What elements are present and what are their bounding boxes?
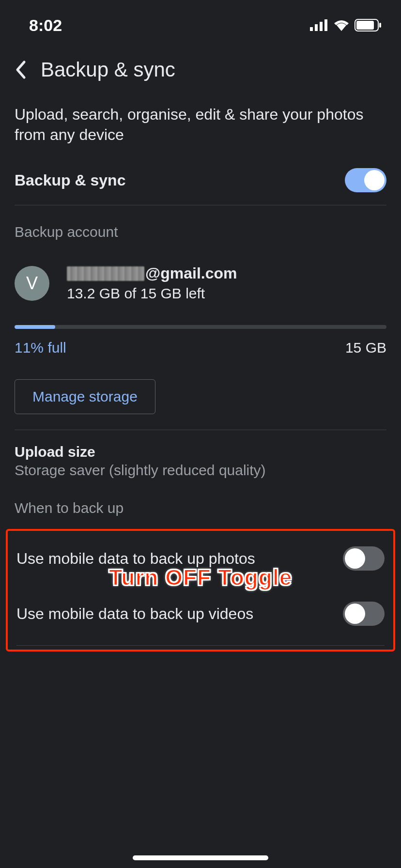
mobile-data-videos-row: Use mobile data to back up videos <box>16 586 385 641</box>
storage-progress-fill <box>15 325 55 329</box>
account-info: @gmail.com 13.2 GB of 15 GB left <box>67 264 237 302</box>
svg-rect-1 <box>315 24 318 31</box>
wifi-icon <box>333 19 350 31</box>
account-email: @gmail.com <box>67 264 237 282</box>
mobile-data-videos-label: Use mobile data to back up videos <box>16 605 253 623</box>
home-indicator[interactable] <box>133 855 268 860</box>
storage-total: 15 GB <box>345 340 386 356</box>
avatar: V <box>15 266 49 301</box>
mobile-data-videos-toggle[interactable] <box>343 602 385 626</box>
avatar-initial: V <box>26 273 38 294</box>
storage-percent: 11% full <box>15 340 66 356</box>
svg-rect-0 <box>310 27 313 31</box>
account-row[interactable]: V @gmail.com 13.2 GB of 15 GB left <box>15 245 386 311</box>
page-title: Backup & sync <box>41 58 175 81</box>
header: Backup & sync <box>0 39 401 95</box>
toggle-knob <box>345 604 365 624</box>
divider <box>15 205 386 205</box>
status-time: 8:02 <box>29 16 62 35</box>
when-to-back-up-header: When to back up <box>15 485 386 521</box>
upload-size-title: Upload size <box>15 444 386 460</box>
toggle-knob <box>364 170 385 190</box>
status-bar: 8:02 <box>0 0 401 39</box>
email-suffix: @gmail.com <box>145 264 237 282</box>
backup-account-header: Backup account <box>15 209 386 245</box>
svg-rect-6 <box>379 23 381 28</box>
svg-rect-3 <box>324 19 327 31</box>
backup-sync-row: Backup & sync <box>15 159 386 201</box>
upload-size-row[interactable]: Upload size Storage saver (slightly redu… <box>15 434 386 485</box>
back-icon[interactable] <box>15 60 26 79</box>
upload-size-subtitle: Storage saver (slightly reduced quality) <box>15 462 386 479</box>
status-icons <box>310 19 382 31</box>
svg-rect-2 <box>320 22 323 31</box>
page-description: Upload, search, organise, edit & share y… <box>15 95 386 159</box>
battery-icon <box>355 19 382 31</box>
cellular-icon <box>310 19 328 31</box>
backup-sync-label: Backup & sync <box>15 171 125 189</box>
storage-progress-bar <box>15 325 386 329</box>
annotation-text: Turn OFF Toggle <box>0 564 401 590</box>
backup-sync-toggle[interactable] <box>345 168 386 192</box>
storage-progress-labels: 11% full 15 GB <box>15 336 386 371</box>
divider <box>16 645 385 646</box>
manage-storage-button[interactable]: Manage storage <box>15 379 155 414</box>
email-redacted <box>67 266 144 281</box>
svg-rect-5 <box>356 21 374 30</box>
divider <box>15 430 386 430</box>
account-storage-text: 13.2 GB of 15 GB left <box>67 285 237 302</box>
